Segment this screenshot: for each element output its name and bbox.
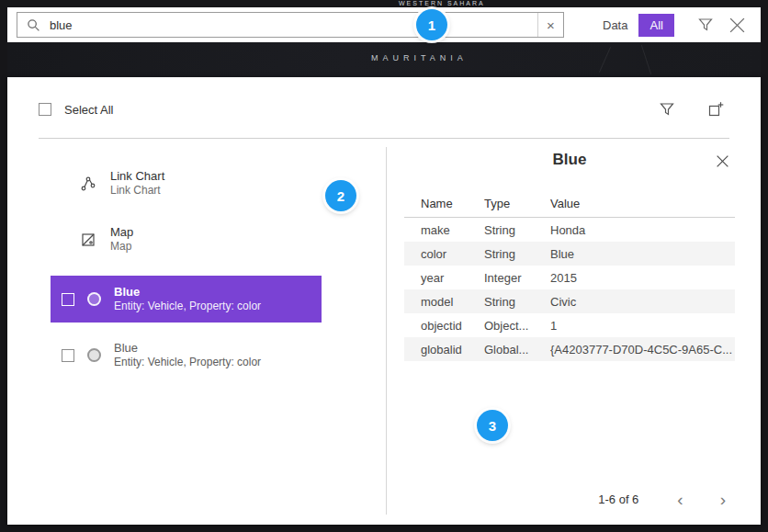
vertical-divider (386, 147, 387, 515)
entity-circle-icon (87, 348, 101, 362)
search-toolbar: × Data All (7, 7, 761, 42)
cell-value: Civic (543, 295, 735, 309)
link-chart-icon (81, 176, 96, 191)
table-row: globalid Global... {A4203777-D70D-4C5C-9… (404, 337, 735, 361)
cell-name: year (404, 271, 477, 285)
cell-value: Honda (543, 223, 735, 237)
select-all-checkbox[interactable] (39, 103, 51, 116)
item-subtitle: Link Chart (110, 184, 164, 198)
cell-type: String (477, 295, 543, 309)
cell-value: 1 (543, 319, 735, 333)
column-header-type: Type (477, 197, 543, 210)
cell-value: 2015 (543, 271, 735, 285)
map-label-mauritania: MAURITANIA (371, 53, 468, 62)
item-text: Link Chart Link Chart (110, 169, 164, 198)
cell-type: String (477, 223, 543, 237)
item-subtitle: Map (110, 240, 133, 254)
close-search-icon[interactable] (725, 13, 750, 38)
map-icon (81, 232, 96, 247)
map-boundary-line (641, 45, 651, 75)
page-next-icon[interactable]: › (713, 489, 733, 510)
result-item-map[interactable]: Map Map (39, 218, 386, 261)
entity-circle-icon (87, 292, 101, 306)
pagination: 1-6 of 6 ‹ › (598, 489, 733, 510)
pagination-label: 1-6 of 6 (598, 492, 638, 506)
horizontal-divider (39, 138, 729, 139)
result-item-blue[interactable]: Blue Entity: Vehicle, Property: color (51, 332, 322, 379)
item-text: Blue Entity: Vehicle, Property: color (114, 285, 261, 313)
cell-name: globalid (404, 343, 477, 357)
step-annotation-2: 2 (325, 180, 356, 211)
search-results-panel: Select All Link Chart Link Chart (7, 77, 761, 525)
search-icon (17, 18, 48, 32)
item-title: Blue (114, 285, 261, 300)
properties-table: Name Type Value make String Honda color … (404, 189, 735, 361)
item-text: Blue Entity: Vehicle, Property: color (114, 341, 261, 369)
cell-type: String (477, 247, 543, 261)
result-item-blue-selected[interactable]: Blue Entity: Vehicle, Property: color (51, 276, 322, 323)
table-row: objectid Object... 1 (404, 313, 735, 337)
cell-value: Blue (543, 247, 735, 261)
item-checkbox[interactable] (62, 349, 74, 362)
item-title: Map (110, 225, 133, 240)
step-annotation-1: 1 (416, 9, 447, 40)
page-previous-icon[interactable]: ‹ (670, 489, 690, 510)
item-subtitle: Entity: Vehicle, Property: color (114, 356, 261, 369)
search-input[interactable] (48, 13, 537, 37)
close-detail-icon[interactable] (712, 151, 733, 172)
clear-search-icon[interactable]: × (537, 13, 563, 37)
column-header-name: Name (404, 197, 477, 210)
cell-name: objectid (404, 319, 477, 333)
cell-type: Global... (477, 343, 543, 357)
table-row: color String Blue (404, 242, 735, 266)
item-title: Blue (114, 341, 261, 356)
panel-actions (656, 97, 728, 121)
item-subtitle: Entity: Vehicle, Property: color (114, 300, 261, 313)
cell-type: Integer (477, 271, 543, 285)
cell-value: {A4203777-D70D-4C5C-9A65-C... (543, 343, 735, 357)
select-all-label: Select All (64, 103, 113, 117)
step-annotation-3: 3 (477, 410, 508, 441)
cell-name: make (404, 223, 477, 237)
map-boundary-line (599, 47, 611, 73)
search-input-group: × (17, 12, 564, 38)
scope-all-button[interactable]: All (638, 14, 673, 37)
map-label-western-sahara: WESTERN SAHARA (399, 0, 485, 6)
cell-type: Object... (477, 319, 543, 333)
cell-name: color (404, 247, 477, 261)
table-row: make String Honda (404, 218, 735, 242)
detail-title: Blue (404, 151, 735, 169)
scope-data-button[interactable]: Data (592, 14, 638, 37)
filter-icon[interactable] (695, 14, 717, 36)
column-header-value: Value (543, 197, 735, 210)
add-selection-icon[interactable] (704, 97, 728, 121)
table-header-row: Name Type Value (404, 189, 735, 218)
item-text: Map Map (110, 225, 133, 254)
table-row: model String Civic (404, 289, 735, 313)
cell-name: model (404, 295, 477, 309)
table-body: make String Honda color String Blue year… (404, 218, 735, 361)
detail-panel: Blue Name Type Value make String Honda c… (404, 145, 735, 361)
table-row: year Integer 2015 (404, 266, 735, 289)
scope-toggle: Data All (592, 14, 674, 37)
item-checkbox[interactable] (62, 293, 74, 306)
item-title: Link Chart (110, 169, 164, 184)
filter-results-icon[interactable] (656, 98, 678, 120)
select-all-row: Select All (39, 99, 733, 119)
